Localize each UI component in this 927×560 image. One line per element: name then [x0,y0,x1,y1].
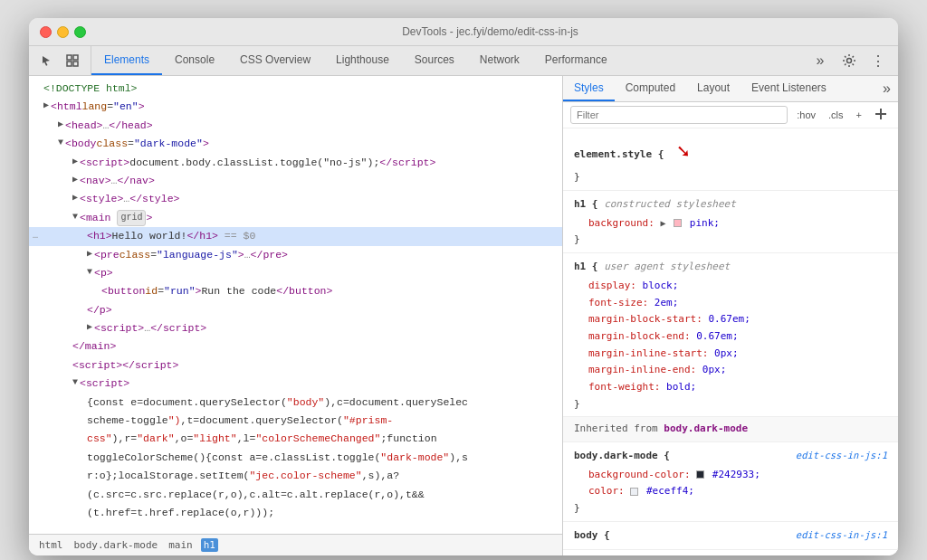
dom-main[interactable]: ▼<main grid> [29,209,562,227]
dom-head[interactable]: ▶<head>…</head> [29,117,562,135]
svg-rect-6 [880,109,882,119]
dom-tree[interactable]: <!DOCTYPE html> ▶<html lang="en"> ▶<head… [29,76,562,534]
dom-p-open[interactable]: ▼<p> [29,264,562,282]
tab-layout[interactable]: Layout [686,76,741,101]
color-swatch-pink[interactable] [674,219,682,227]
dom-script2[interactable]: ▶<script>…</script> [29,319,562,337]
h1-useragent-label: user agent stylesheet [604,261,730,272]
tab-lighthouse[interactable]: Lighthouse [323,46,402,75]
dom-js-line5: r:o};localStorage.setItem("jec.color-sch… [29,467,562,485]
close-button[interactable] [40,26,52,38]
maximize-button[interactable] [74,26,86,38]
dom-script1[interactable]: ▶<script>document.body.classList.toggle(… [29,154,562,172]
dom-panel: <!DOCTYPE html> ▶<html lang="en"> ▶<head… [29,76,563,555]
dom-html[interactable]: ▶<html lang="en"> [29,98,562,116]
main-tabs: Elements Console CSS Overview Lighthouse… [91,46,800,75]
dom-p-close[interactable]: </p> [29,301,562,319]
prop-display[interactable]: display: block; [563,278,898,295]
dom-h1[interactable]: … <h1>Hello world!</h1> == $0 [29,227,562,245]
body-dark-mode-source[interactable]: edit-css-in-js:1 [796,448,887,464]
filter-input[interactable] [570,106,788,124]
tab-performance[interactable]: Performance [532,46,620,75]
dom-style[interactable]: ▶<style>…</style> [29,190,562,208]
styles-content: element.style { ➘ } h1 { constructed sty… [563,128,898,555]
h1-constructed-block: h1 { constructed stylesheet background: … [563,191,898,253]
dom-js-line7: (t.href=t.href.replace(o,r))); [29,504,562,522]
body-selector[interactable]: body { edit-css-in-js:1 [563,526,898,546]
breadcrumb-body[interactable]: body.dark-mode [72,538,161,552]
kebab-menu-icon[interactable]: ⋮ [865,48,891,73]
dom-script4[interactable]: ▼<script> [29,375,562,393]
svg-rect-0 [67,55,72,60]
tab-actions: » ⋮ [800,46,898,75]
cls-button[interactable]: .cls [825,108,847,122]
dom-main-close[interactable]: </main> [29,337,562,356]
tab-icons [29,46,91,75]
new-rule-icon[interactable] [871,106,891,124]
element-style-block: element.style { ➘ } [563,128,898,191]
minimize-button[interactable] [57,26,69,38]
body-dark-mode-close-brace: } [563,500,898,517]
right-tabs: Styles Computed Layout Event Listeners » [563,76,898,102]
tab-elements[interactable]: Elements [91,46,162,75]
prop-color[interactable]: color: #eceff4; [563,483,898,500]
arrow-indicator: ➘ [677,139,689,162]
svg-rect-2 [73,55,78,60]
breadcrumb-bar: html body.dark-mode main h1 [29,534,562,555]
h1-constructed-selector[interactable]: h1 { constructed stylesheet [563,195,898,215]
dom-js-line4: toggleColorScheme(){const a=e.classList.… [29,449,562,467]
dom-pre[interactable]: ▶<pre class="language-js">…</pre> [29,246,562,264]
breadcrumb-html[interactable]: html [36,538,66,552]
prop-margin-block-end[interactable]: margin-block-end: 0.67em; [563,328,898,346]
prop-margin-block-start[interactable]: margin-block-start: 0.67em; [563,311,898,328]
breadcrumb-h1[interactable]: h1 [201,538,218,552]
tabs-bar: Elements Console CSS Overview Lighthouse… [29,46,898,76]
dom-js-line6: (c.src=c.src.replace(r,o),c.alt=c.alt.re… [29,486,562,504]
svg-rect-1 [67,62,72,66]
h1-user-agent-block: h1 { user agent stylesheet display: bloc… [563,253,898,417]
h1-source-label: constructed stylesheet [604,198,736,210]
tab-network[interactable]: Network [467,46,532,75]
dom-nav[interactable]: ▶<nav>…</nav> [29,172,562,190]
traffic-lights [40,26,86,38]
tab-computed[interactable]: Computed [615,76,686,101]
body-dark-mode-selector[interactable]: body.dark-mode { edit-css-in-js:1 [563,446,898,467]
settings-icon[interactable] [836,48,862,73]
styles-toolbar: :hov .cls + [563,102,898,128]
element-style-selector[interactable]: element.style { ➘ [563,132,898,169]
dom-button[interactable]: <button id="run">Run the code</button> [29,282,562,300]
inherited-selector[interactable]: body.dark-mode [664,422,748,434]
h1-constructed-close-brace: } [563,232,898,249]
color-swatch-dark[interactable] [696,470,704,479]
prop-background-color[interactable]: background-color: #242933; [563,467,898,484]
prop-font-weight[interactable]: font-weight: bold; [563,379,898,396]
h1-useragent-selector[interactable]: h1 { user agent stylesheet [563,257,898,278]
tab-event-listeners[interactable]: Event Listeners [741,76,837,101]
dom-script3[interactable]: <script></script> [29,356,562,375]
prop-margin-inline-end[interactable]: margin-inline-end: 0px; [563,362,898,379]
body-block: body { edit-css-in-js:1 [563,522,898,551]
h1-background-prop[interactable]: background: ▶ pink; [563,215,898,233]
more-tabs-icon[interactable]: » [808,48,833,73]
dom-doctype: <!DOCTYPE html> [29,80,562,98]
dom-body[interactable]: ▼<body class="dark-mode"> [29,135,562,153]
prop-font-size[interactable]: font-size: 2em; [563,295,898,312]
more-right-tabs-icon[interactable]: » [875,76,898,101]
color-swatch-light[interactable] [630,488,638,496]
prop-margin-inline-start[interactable]: margin-inline-start: 0px; [563,346,898,363]
styles-panel: Styles Computed Layout Event Listeners »… [563,76,898,555]
tab-console[interactable]: Console [162,46,227,75]
devtools-window: DevTools - jec.fyi/demo/edit-css-in-js E… [29,18,898,555]
devtools-body: <!DOCTYPE html> ▶<html lang="en"> ▶<head… [29,76,898,555]
breadcrumb-main[interactable]: main [166,538,196,552]
dom-js-line1: {const e=document.querySelector("body"),… [29,394,562,412]
tab-styles[interactable]: Styles [563,76,615,101]
body-dark-mode-block: body.dark-mode { edit-css-in-js:1 backgr… [563,442,898,522]
tab-sources[interactable]: Sources [402,46,467,75]
hov-button[interactable]: :hov [793,108,819,122]
body-source[interactable]: edit-css-in-js:1 [796,527,887,544]
tab-css-overview[interactable]: CSS Overview [227,46,323,75]
inspect-icon[interactable] [62,50,83,71]
add-style-icon[interactable]: + [853,108,865,122]
cursor-icon[interactable] [36,50,58,71]
